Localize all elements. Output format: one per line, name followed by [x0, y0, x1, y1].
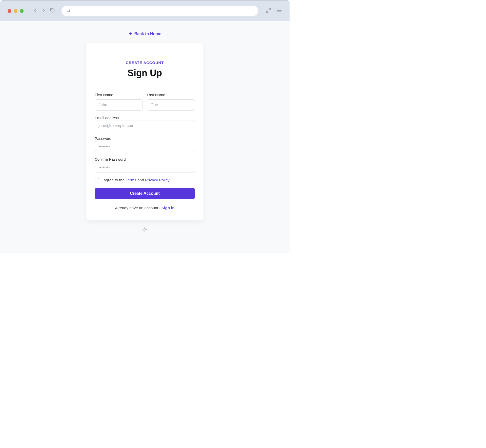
- email-field: Email address: [95, 116, 195, 131]
- confirm-password-field: Confirm Password: [95, 157, 195, 173]
- expand-icon[interactable]: [266, 8, 271, 14]
- svg-line-16: [146, 228, 146, 228]
- email-label: Email address: [95, 116, 119, 120]
- terms-link[interactable]: Terms: [126, 178, 136, 182]
- card-title: Sign Up: [95, 68, 195, 78]
- svg-line-1: [69, 11, 70, 12]
- right-controls: [266, 8, 282, 14]
- first-name-label: First Name: [95, 93, 143, 97]
- url-bar[interactable]: [62, 6, 258, 16]
- first-name-input[interactable]: [95, 99, 143, 111]
- back-icon[interactable]: [33, 8, 38, 14]
- svg-point-8: [144, 229, 146, 230]
- first-name-field: First Name: [95, 93, 143, 111]
- signin-prompt: Already have an account?: [115, 206, 161, 210]
- search-icon: [66, 8, 71, 14]
- last-name-input[interactable]: [147, 99, 195, 111]
- password-label: Password: [95, 136, 111, 141]
- terms-and: and: [136, 178, 145, 182]
- password-input[interactable]: [95, 141, 195, 152]
- terms-row: I agree to the Terms and Privacy Policy: [95, 178, 195, 182]
- confirm-password-input[interactable]: [95, 162, 195, 173]
- close-window-button[interactable]: [8, 9, 11, 13]
- signup-card: CREATE ACCOUNT Sign Up First Name Last N…: [86, 43, 204, 220]
- back-to-home-label: Back to Home: [134, 32, 161, 36]
- signin-link[interactable]: Sign in: [161, 206, 175, 210]
- content-area: Back to Home CREATE ACCOUNT Sign Up Firs…: [0, 21, 290, 253]
- traffic-lights: [8, 9, 24, 13]
- last-name-field: Last Name: [147, 93, 195, 111]
- back-to-home-link[interactable]: Back to Home: [5, 31, 285, 37]
- privacy-link[interactable]: Privacy Policy: [145, 178, 169, 182]
- browser-chrome: [0, 0, 290, 21]
- last-name-label: Last Name: [147, 93, 195, 97]
- sun-icon: [142, 227, 147, 233]
- svg-line-11: [143, 228, 144, 228]
- browser-frame: Back to Home CREATE ACCOUNT Sign Up Firs…: [0, 0, 290, 253]
- signin-row: Already have an account? Sign in: [95, 206, 195, 210]
- theme-toggle[interactable]: [5, 227, 285, 233]
- maximize-window-button[interactable]: [20, 9, 24, 13]
- password-field: Password: [95, 136, 195, 152]
- reload-icon[interactable]: [50, 8, 55, 14]
- card-subtitle: CREATE ACCOUNT: [95, 60, 195, 65]
- svg-line-15: [143, 231, 144, 231]
- email-input[interactable]: [95, 120, 195, 131]
- menu-icon[interactable]: [276, 8, 282, 14]
- nav-buttons: [33, 8, 55, 14]
- terms-label: I agree to the Terms and Privacy Policy: [102, 178, 170, 182]
- terms-prefix: I agree to the: [102, 178, 126, 182]
- create-account-button[interactable]: Create Account: [95, 188, 195, 199]
- arrow-left-icon: [128, 31, 133, 37]
- minimize-window-button[interactable]: [14, 9, 17, 13]
- terms-checkbox[interactable]: [95, 178, 99, 182]
- svg-line-12: [146, 231, 146, 231]
- confirm-password-label: Confirm Password: [95, 157, 126, 161]
- forward-icon[interactable]: [41, 8, 46, 14]
